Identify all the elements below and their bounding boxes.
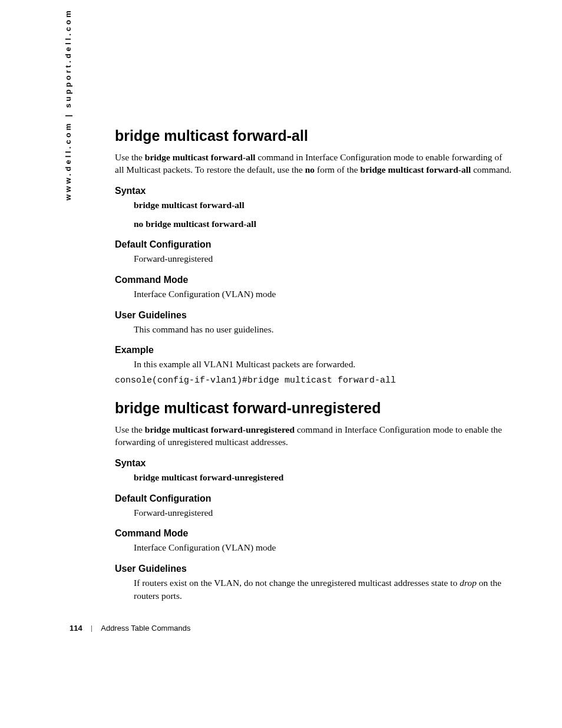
main-content: bridge multicast forward-all Use the bri… (115, 127, 513, 611)
text: Use the (115, 424, 145, 434)
command-mode-text: Interface Configuration (VLAN) mode (134, 288, 513, 301)
italic-term: drop (459, 578, 477, 588)
footer-separator (91, 625, 92, 632)
text: command. (471, 164, 511, 174)
default-config-heading: Default Configuration (115, 493, 513, 504)
example-text: In this example all VLAN1 Multicast pack… (134, 358, 513, 371)
page-footer: 114 Address Table Commands (70, 624, 190, 633)
syntax-line: bridge multicast forward-unregistered (134, 471, 513, 484)
footer-section: Address Table Commands (101, 624, 190, 633)
user-guidelines-text: This command has no user guidelines. (134, 323, 513, 336)
default-config-heading: Default Configuration (115, 239, 513, 250)
cmd-name: bridge multicast forward-unregistered (145, 424, 295, 434)
console-output: console(config-if-vlan1)#bridge multicas… (115, 375, 513, 386)
command-mode-heading: Command Mode (115, 275, 513, 285)
user-guidelines-heading: User Guidelines (115, 310, 513, 321)
user-guidelines-heading: User Guidelines (115, 564, 513, 574)
syntax-line: bridge multicast forward-all (134, 199, 513, 212)
section1-title: bridge multicast forward-all (115, 127, 513, 144)
page-number: 114 (70, 624, 82, 633)
syntax-block: bridge multicast forward-unregistered (134, 471, 513, 484)
text: If routers exist on the VLAN, do not cha… (134, 578, 459, 588)
side-url-text: www.dell.com | support.dell.com (64, 8, 72, 200)
syntax-heading: Syntax (115, 186, 513, 196)
section1-intro: Use the bridge multicast forward-all com… (115, 151, 513, 176)
syntax-heading: Syntax (115, 458, 513, 469)
command-mode-heading: Command Mode (115, 528, 513, 539)
text: Use the (115, 152, 145, 162)
text: form of the (315, 164, 360, 174)
side-url: www.dell.com | support.dell.com (64, 8, 72, 200)
cmd-name: bridge multicast forward-all (361, 164, 471, 174)
cmd-name: bridge multicast forward-all (145, 152, 256, 162)
no-keyword: no (305, 164, 315, 174)
default-config-text: Forward-unregistered (134, 506, 513, 519)
command-mode-text: Interface Configuration (VLAN) mode (134, 541, 513, 554)
syntax-block: bridge multicast forward-all no bridge m… (134, 199, 513, 230)
section2-intro: Use the bridge multicast forward-unregis… (115, 424, 513, 449)
section2-title: bridge multicast forward-unregistered (115, 400, 513, 417)
user-guidelines-text: If routers exist on the VLAN, do not cha… (134, 577, 513, 602)
page: www.dell.com | support.dell.com bridge m… (0, 0, 562, 728)
syntax-line: no bridge multicast forward-all (134, 218, 513, 230)
default-config-text: Forward-unregistered (134, 252, 513, 265)
example-heading: Example (115, 345, 513, 355)
